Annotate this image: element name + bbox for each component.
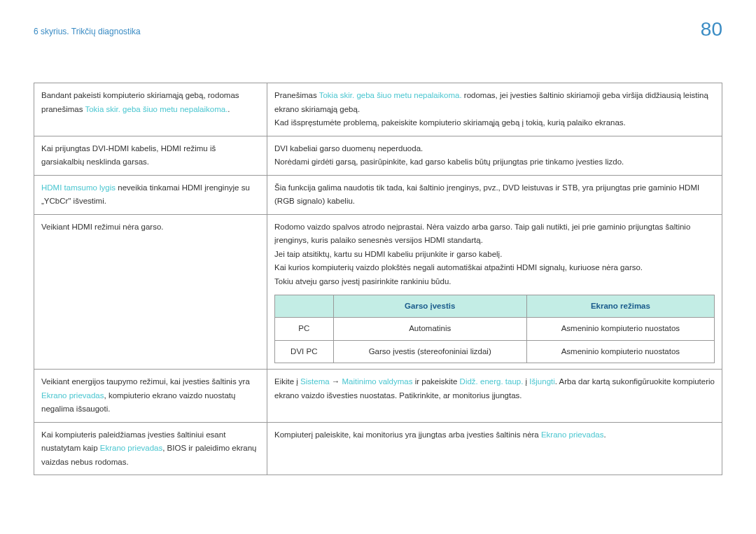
troubleshooting-table: Bandant pakeisti kompiuterio skiriamąją …	[34, 83, 722, 475]
table-header: Garso įvestis	[333, 295, 526, 318]
solution-cell: Pranešimas Tokia skir. geba šiuo metu ne…	[267, 83, 722, 136]
page-header: 6 skyrius. Trikčių diagnostika 80	[34, 27, 722, 41]
chapter-label: 6 skyrius. Trikčių diagnostika	[34, 27, 141, 36]
solution-cell: Eikite į Sistema → Maitinimo valdymas ir…	[267, 370, 722, 423]
issue-cell: Kai prijungtas DVI-HDMI kabelis, HDMI re…	[34, 136, 267, 175]
table-row: Veikiant energijos taupymo režimui, kai …	[34, 370, 722, 423]
table-row: Kai prijungtas DVI-HDMI kabelis, HDMI re…	[34, 136, 722, 175]
message-link: Tokia skir. geba šiuo metu nepalaikoma.	[319, 91, 462, 99]
setting-link: HDMI tamsumo lygis	[41, 183, 115, 192]
port-link: Ekrano prievadas	[541, 430, 604, 439]
message-link: Tokia skir. geba šiuo metu nepalaikoma.	[85, 105, 227, 113]
solution-cell: Šia funkcija galima naudotis tik tada, k…	[267, 175, 722, 214]
issue-cell: Kai kompiuteris paleidžiamas įvesties ša…	[34, 422, 267, 475]
table-row: Veikiant HDMI režimui nėra garso. Rodomo…	[34, 214, 722, 369]
page-number: 80	[701, 18, 722, 41]
port-link: Ekrano prievadas	[100, 444, 163, 452]
issue-cell: HDMI tamsumo lygis neveikia tinkamai HDM…	[34, 175, 267, 214]
table-row: Kai kompiuteris paleidžiamas įvesties ša…	[34, 422, 722, 475]
issue-cell: Bandant pakeisti kompiuterio skiriamąją …	[34, 83, 267, 136]
solution-cell: Rodomo vaizdo spalvos atrodo neįprastai.…	[267, 214, 722, 369]
solution-cell: DVI kabeliai garso duomenų neperduoda. N…	[267, 136, 722, 175]
menu-link: Maitinimo valdymas	[342, 377, 413, 386]
table-row: PC Automatinis Asmeninio kompiuterio nuo…	[275, 318, 715, 341]
menu-link: Sistema	[300, 377, 330, 386]
audio-mode-table: Garso įvestis Ekrano režimas PC Automati…	[274, 295, 715, 364]
issue-cell: Veikiant energijos taupymo režimui, kai …	[34, 370, 267, 423]
table-row: Bandant pakeisti kompiuterio skiriamąją …	[34, 83, 722, 136]
setting-link: Didž. energ. taup.	[460, 377, 524, 386]
port-link: Ekrano prievadas	[41, 391, 104, 400]
table-header: Ekrano režimas	[526, 295, 714, 318]
issue-cell: Veikiant HDMI režimui nėra garso.	[34, 214, 267, 369]
table-header	[275, 295, 334, 318]
table-row: DVI PC Garso įvestis (stereofoniniai liz…	[275, 340, 715, 363]
solution-cell: Kompiuterį paleiskite, kai monitorius yr…	[267, 422, 722, 475]
value-link: Išjungti	[529, 377, 554, 386]
table-row: HDMI tamsumo lygis neveikia tinkamai HDM…	[34, 175, 722, 214]
